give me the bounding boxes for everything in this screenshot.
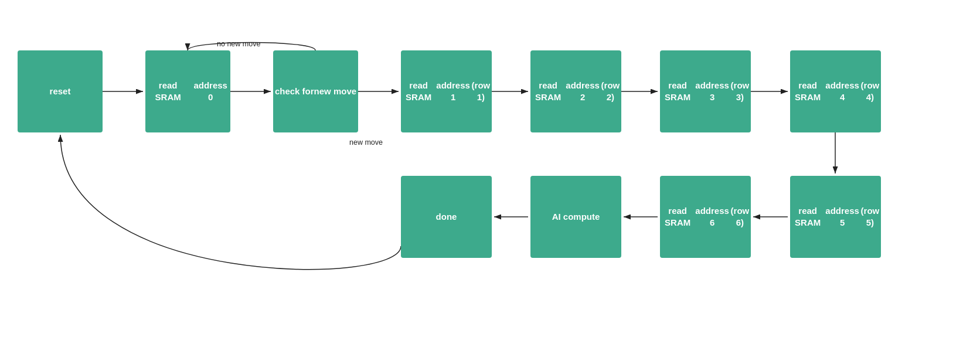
state-sram2: read SRAMaddress 2(row 2) xyxy=(530,50,621,132)
edge-label-new_move: new move xyxy=(349,138,383,147)
state-aicomp: AI compute xyxy=(530,176,621,258)
edge-label-no_new_move: no new move xyxy=(217,40,260,48)
state-check: check fornew move xyxy=(273,50,358,132)
state-reset: reset xyxy=(18,50,103,132)
diagram-container: resetread SRAMaddress 0check fornew move… xyxy=(0,0,980,354)
state-sram5: read SRAMaddress 5(row 5) xyxy=(790,176,881,258)
state-done: done xyxy=(401,176,492,258)
state-sram1: read SRAMaddress 1(row 1) xyxy=(401,50,492,132)
state-sram4: read SRAMaddress 4(row 4) xyxy=(790,50,881,132)
state-sram3: read SRAMaddress 3(row 3) xyxy=(660,50,751,132)
state-sram0: read SRAMaddress 0 xyxy=(145,50,230,132)
state-sram6: read SRAMaddress 6(row 6) xyxy=(660,176,751,258)
